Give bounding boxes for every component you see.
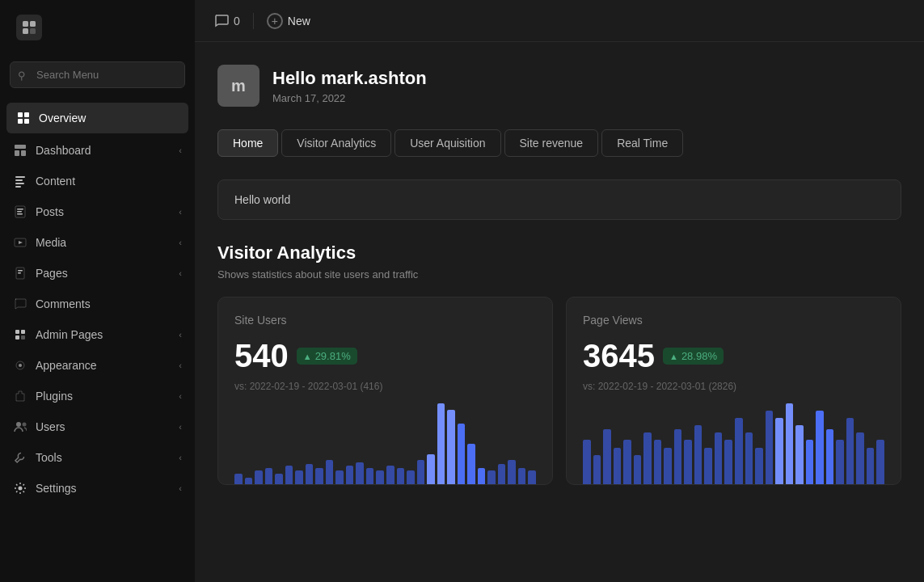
svg-rect-4 (18, 112, 23, 117)
settings-icon (13, 481, 27, 496)
chart-bar (775, 418, 783, 484)
sidebar-item-overview[interactable]: Overview (6, 103, 188, 133)
sidebar-item-admin-pages[interactable]: Admin Pages ‹ (0, 319, 195, 350)
sidebar-item-appearance-label: Appearance (36, 359, 179, 372)
sidebar-item-content[interactable]: Content (0, 166, 195, 196)
svg-rect-24 (15, 330, 19, 334)
chart-bar (836, 440, 844, 484)
sidebar-item-settings[interactable]: Settings ‹ (0, 473, 195, 504)
user-greeting: Hello mark.ashton (272, 68, 427, 89)
svg-rect-18 (17, 213, 23, 215)
topbar-divider (253, 13, 254, 29)
notifications-button[interactable]: 0 (214, 14, 240, 28)
sidebar-item-media[interactable]: Media ‹ (0, 227, 195, 258)
avatar: m (217, 65, 259, 107)
chart-bar (724, 440, 732, 484)
sidebar-item-users[interactable]: Users ‹ (0, 411, 195, 442)
page-views-chart (583, 403, 884, 484)
sidebar: ⚲ Overview Dashboard ‹ Content (0, 0, 195, 582)
chart-bar (867, 448, 875, 484)
chart-bar (437, 403, 445, 484)
chart-bar (846, 418, 854, 484)
chart-bar (766, 411, 774, 484)
chart-bar (816, 411, 824, 484)
chart-bar (806, 440, 814, 484)
content-area: m Hello mark.ashton March 17, 2022 Home … (195, 42, 924, 582)
chart-bar (478, 468, 486, 484)
new-button[interactable]: + New (267, 13, 310, 29)
chart-bar (366, 468, 374, 484)
chart-bar (376, 470, 384, 484)
notification-count: 0 (234, 15, 240, 27)
sidebar-item-posts[interactable]: Posts ‹ (0, 196, 195, 227)
user-header: m Hello mark.ashton March 17, 2022 (217, 65, 901, 107)
chart-bar (654, 440, 662, 484)
site-users-label: Site Users (234, 314, 536, 327)
chevron-icon: ‹ (179, 483, 182, 493)
topbar: 0 + New (195, 0, 924, 42)
svg-rect-5 (24, 112, 29, 117)
chart-bar (634, 455, 642, 484)
chart-bar (417, 460, 425, 484)
logo-area (0, 0, 195, 55)
sidebar-item-comments-label: Comments (36, 297, 182, 310)
svg-rect-13 (15, 183, 24, 184)
sidebar-item-admin-pages-label: Admin Pages (36, 328, 179, 341)
tab-home[interactable]: Home (217, 129, 278, 157)
chart-bar (795, 425, 804, 484)
sidebar-item-dashboard[interactable]: Dashboard ‹ (0, 135, 195, 166)
svg-rect-23 (18, 272, 21, 274)
user-info: Hello mark.ashton March 17, 2022 (272, 68, 427, 104)
sidebar-item-appearance[interactable]: Appearance ‹ (0, 350, 195, 381)
chart-bar (745, 432, 753, 484)
sidebar-item-comments[interactable]: Comments (0, 289, 195, 319)
sidebar-nav: Overview Dashboard ‹ Content Posts ‹ (0, 95, 195, 582)
sidebar-item-posts-label: Posts (36, 205, 179, 218)
chart-bar (583, 440, 591, 484)
chart-bar (295, 470, 303, 484)
notification-text: Hello world (234, 193, 290, 206)
site-users-badge: ▲ 29.81% (297, 348, 357, 365)
chart-bar (826, 429, 834, 484)
user-date: March 17, 2022 (272, 92, 427, 104)
admin-icon (13, 327, 27, 342)
posts-icon (13, 205, 27, 219)
analytics-section: Visitor Analytics Shows statistics about… (217, 242, 901, 485)
tab-user-acquisition[interactable]: User Aquisition (394, 129, 500, 157)
svg-rect-16 (17, 209, 23, 210)
chevron-icon: ‹ (179, 268, 182, 278)
analytics-subtitle: Shows statistics about site users and tr… (217, 268, 901, 280)
page-views-value-row: 3645 ▲ 28.98% (583, 338, 884, 374)
chart-bar (623, 440, 631, 484)
search-input[interactable] (10, 61, 185, 88)
sidebar-item-tools[interactable]: Tools ‹ (0, 442, 195, 473)
users-icon (13, 420, 27, 434)
tab-visitor-analytics[interactable]: Visitor Analytics (281, 129, 391, 157)
chart-bar (664, 448, 672, 484)
tab-site-revenue[interactable]: Site revenue (504, 129, 599, 157)
site-users-card: Site Users 540 ▲ 29.81% vs: 2022-02-19 -… (217, 297, 553, 485)
app-logo[interactable] (16, 15, 42, 40)
up-arrow-icon: ▲ (303, 352, 312, 361)
chart-bar (356, 462, 364, 484)
sidebar-item-pages[interactable]: Pages ‹ (0, 258, 195, 289)
chevron-icon: ‹ (179, 146, 182, 155)
svg-point-30 (16, 422, 21, 427)
chart-bar (755, 448, 763, 484)
tab-real-time[interactable]: Real Time (601, 129, 683, 157)
pages-icon (13, 266, 27, 280)
chevron-icon: ‹ (179, 422, 182, 432)
chevron-icon: ‹ (179, 207, 182, 217)
chart-bar (306, 464, 314, 484)
stats-grid: Site Users 540 ▲ 29.81% vs: 2022-02-19 -… (217, 297, 901, 485)
chart-bar (856, 432, 864, 484)
svg-rect-9 (15, 150, 19, 156)
chart-bar (467, 444, 475, 484)
search-menu-container: ⚲ (0, 55, 195, 95)
chart-bar (694, 425, 702, 484)
sidebar-item-plugins[interactable]: Plugins ‹ (0, 381, 195, 411)
svg-rect-2 (23, 28, 28, 34)
sidebar-item-dashboard-label: Dashboard (36, 144, 179, 157)
page-views-value: 3645 (583, 338, 655, 374)
chart-bar (684, 440, 692, 484)
